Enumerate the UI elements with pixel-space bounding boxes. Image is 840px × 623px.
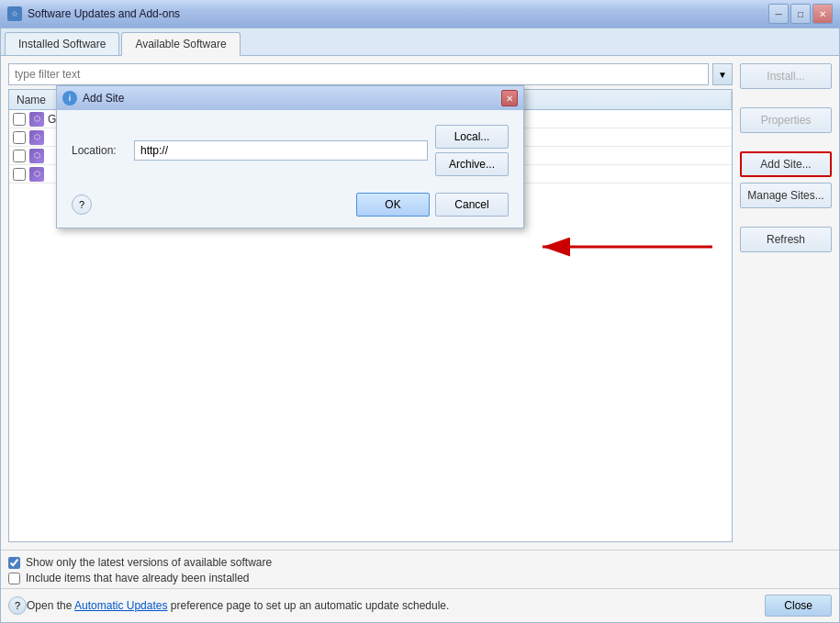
footer: ? Open the Automatic Updates preference … <box>1 588 839 622</box>
tab-installed-software[interactable]: Installed Software <box>5 32 119 55</box>
red-arrow-indicator <box>533 228 717 265</box>
dialog-footer: ? OK Cancel <box>57 185 523 228</box>
row-icon-2: ⬡ <box>29 130 44 145</box>
dialog-icon: i <box>62 91 77 106</box>
add-site-dialog: i Add Site ✕ Location: Local... Archive.… <box>56 85 524 228</box>
location-row: Location: Local... Archive... <box>72 125 509 176</box>
title-bar: ☆ Software Updates and Add-ons ─ □ ✕ <box>0 0 840 28</box>
row-checkbox-3[interactable] <box>13 150 26 162</box>
minimize-button[interactable]: ─ <box>768 4 789 24</box>
dialog-side-buttons: Local... Archive... <box>435 125 509 176</box>
window-controls: ─ □ ✕ <box>768 4 833 24</box>
dialog-help-button[interactable]: ? <box>72 195 92 215</box>
ok-button[interactable]: OK <box>356 193 430 217</box>
dialog-title-bar: i Add Site ✕ <box>57 86 523 110</box>
location-input[interactable] <box>134 140 428 161</box>
close-button[interactable]: Close <box>765 595 832 617</box>
content-area: ▼ Name Version ⬡ Ganymede Update Site ⬡ <box>1 56 839 550</box>
window-icon: ☆ <box>7 6 22 21</box>
filter-row: ▼ <box>8 63 733 85</box>
filter-input[interactable] <box>8 63 709 85</box>
right-panel: Install... Properties Add Site... Manage… <box>740 63 832 542</box>
close-window-button[interactable]: ✕ <box>812 4 833 24</box>
row-icon-4: ⬡ <box>29 167 44 182</box>
row-checkbox-2[interactable] <box>13 131 26 144</box>
window-title: Software Updates and Add-ons <box>28 7 768 20</box>
add-site-button[interactable]: Add Site... <box>740 151 832 177</box>
location-label: Location: <box>72 144 127 157</box>
include-installed-checkbox[interactable] <box>8 573 20 584</box>
tab-bar: Installed Software Available Software <box>1 28 839 56</box>
properties-button[interactable]: Properties <box>740 107 832 133</box>
archive-button[interactable]: Archive... <box>435 152 509 176</box>
row-icon-3: ⬡ <box>29 149 44 163</box>
main-window: Installed Software Available Software ▼ … <box>0 28 840 623</box>
cancel-button[interactable]: Cancel <box>435 193 509 217</box>
bottom-options: Show only the latest versions of availab… <box>1 550 839 588</box>
row-checkbox-4[interactable] <box>13 168 26 181</box>
automatic-updates-link[interactable]: Automatic Updates <box>74 599 167 612</box>
row-checkbox-1[interactable] <box>13 113 26 126</box>
tab-available-software[interactable]: Available Software <box>121 32 240 56</box>
show-latest-option[interactable]: Show only the latest versions of availab… <box>8 556 832 569</box>
refresh-button[interactable]: Refresh <box>740 227 832 252</box>
help-button[interactable]: ? <box>8 596 27 615</box>
maximize-button[interactable]: □ <box>790 4 811 24</box>
filter-dropdown-button[interactable]: ▼ <box>712 63 733 85</box>
footer-text: Open the Automatic Updates preference pa… <box>27 599 449 612</box>
dialog-action-buttons: OK Cancel <box>356 193 509 217</box>
dialog-title: Add Site <box>83 92 501 105</box>
dialog-content: Location: Local... Archive... <box>57 110 523 185</box>
manage-sites-button[interactable]: Manage Sites... <box>740 183 832 208</box>
row-icon-1: ⬡ <box>29 112 44 127</box>
include-installed-option[interactable]: Include items that have already been ins… <box>8 572 832 584</box>
local-button[interactable]: Local... <box>435 125 509 149</box>
dialog-close-button[interactable]: ✕ <box>501 90 518 106</box>
show-latest-checkbox[interactable] <box>8 557 20 569</box>
install-button[interactable]: Install... <box>740 63 832 89</box>
